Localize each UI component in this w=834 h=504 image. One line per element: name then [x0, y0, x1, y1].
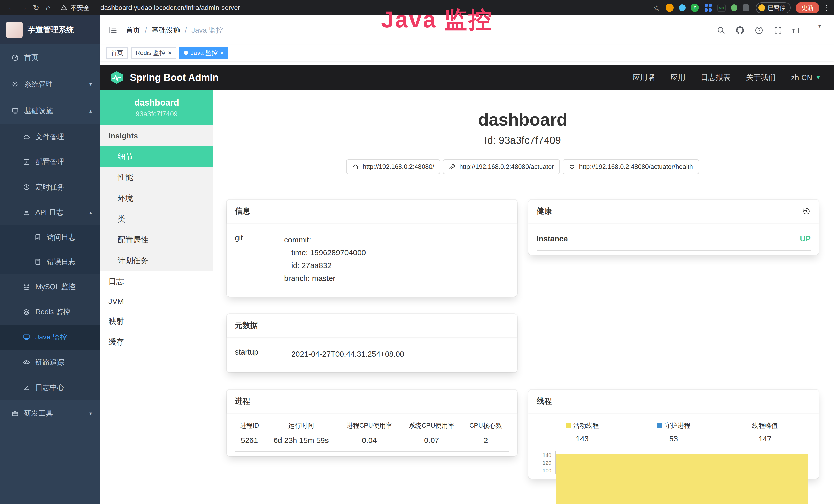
sidebar-fold-icon[interactable]	[100, 26, 126, 35]
font-size-icon[interactable]: тT	[792, 26, 801, 35]
threads-chart: 140 120 100	[536, 451, 811, 475]
reload-icon[interactable]: ↻	[30, 3, 42, 12]
site-security[interactable]: 不安全	[61, 4, 90, 12]
sba-menu-config-props[interactable]: 配置属性	[100, 230, 213, 250]
sba-instance-block[interactable]: dashboard 93a3fc7f7409	[100, 90, 213, 125]
extension-icon-7[interactable]	[743, 4, 749, 11]
history-icon[interactable]	[803, 207, 811, 215]
browser-menu-kebab-icon[interactable]: ⋮	[823, 4, 829, 12]
sidebar-item-java-monitor[interactable]: Java 监控	[0, 324, 100, 350]
health-row-label: Instance	[536, 234, 568, 243]
bookmark-star-icon[interactable]: ☆	[651, 3, 663, 12]
sba-locale-select[interactable]: zh-CN ▼	[791, 73, 821, 82]
screen: ← → ↻ ⌂ 不安全 dashboard.yudao.iocoder.cn/i…	[0, 0, 834, 504]
sba-menu-jvm[interactable]: JVM	[100, 292, 213, 311]
eye-icon	[23, 359, 30, 366]
sidebar-item-api-logs[interactable]: API 日志 ▴	[0, 200, 100, 225]
sba-nav-wallboard[interactable]: 应用墙	[633, 72, 655, 83]
instance-links: http://192.168.0.2:48080/ http://192.168…	[226, 159, 819, 174]
app-sidebar: 芋道管理系统 首页 系统管理 ▾ 基础设施 ▴ 文件管理	[0, 16, 100, 504]
chevron-up-icon: ▴	[89, 108, 92, 114]
chevron-down-icon: ▾	[89, 81, 92, 87]
tab-home[interactable]: 首页	[106, 47, 128, 59]
sidebar-item-log-center[interactable]: 日志中心	[0, 375, 100, 400]
extension-icon-4[interactable]	[704, 4, 712, 12]
sba-nav: 应用墙 应用 日志报表 关于我们 zh-CN ▼	[633, 72, 821, 83]
sidebar-item-scheduled-tasks[interactable]: 定时任务	[0, 175, 100, 200]
sba-menu-classes[interactable]: 类	[100, 209, 213, 230]
startup-key: startup	[235, 348, 291, 361]
breadcrumb-home[interactable]: 首页	[126, 25, 140, 35]
sba-menu-insights[interactable]: Insights	[100, 125, 213, 146]
document-lines-icon	[23, 208, 30, 216]
extension-icon-3[interactable]: Y	[691, 4, 699, 12]
tab-close-icon[interactable]: ×	[220, 50, 224, 56]
sidebar-item-infrastructure[interactable]: 基础设施 ▴	[0, 97, 100, 124]
sidebar-item-home[interactable]: 首页	[0, 44, 100, 71]
extension-icon-2[interactable]	[679, 4, 685, 11]
health-card: 健康 Instance UP	[528, 200, 819, 255]
chart-y-axis: 140 120 100	[536, 451, 555, 475]
search-icon[interactable]	[716, 25, 726, 36]
actuator-url-button[interactable]: http://192.168.0.2:48080/actuator	[443, 159, 560, 174]
table-row: 5261 6d 23h 15m 59s 0.04 0.07 2	[235, 433, 509, 452]
paused-badge[interactable]: 已暂停	[756, 2, 791, 13]
address-bar[interactable]: dashboard.yudao.iocoder.cn/infra/admin-s…	[101, 4, 240, 12]
instance-id: 93a3fc7f7409	[105, 110, 208, 118]
java-monitor-icon	[23, 333, 30, 341]
toolbox-icon	[11, 410, 19, 417]
sba-menu-details[interactable]: 细节	[100, 146, 213, 167]
github-icon[interactable]	[735, 25, 745, 36]
sba-menu-performance[interactable]: 性能	[100, 167, 213, 188]
document-icon	[34, 258, 42, 266]
fullscreen-icon[interactable]	[773, 25, 783, 36]
sidebar-item-access-logs[interactable]: 访问日志	[0, 225, 100, 250]
sidebar-item-trace[interactable]: 链路追踪	[0, 350, 100, 375]
app-logo-row[interactable]: 芋道管理系统	[0, 16, 100, 44]
face-icon	[759, 4, 765, 11]
sidebar-item-system-management[interactable]: 系统管理 ▾	[0, 71, 100, 97]
legend-daemon-swatch	[657, 423, 662, 428]
extension-icon-6[interactable]	[731, 4, 738, 11]
sba-menu-scheduled[interactable]: 计划任务	[100, 250, 213, 271]
service-url-button[interactable]: http://192.168.0.2:48080/	[346, 159, 440, 174]
browser-home-icon[interactable]: ⌂	[42, 3, 54, 12]
breadcrumb-infrastructure[interactable]: 基础设施	[152, 25, 180, 35]
tab-redis-monitor[interactable]: Redis 监控 ×	[131, 47, 176, 59]
home-icon	[352, 164, 359, 170]
sba-nav-applications[interactable]: 应用	[671, 72, 685, 83]
tab-java-monitor[interactable]: Java 监控 ×	[179, 47, 228, 59]
active-dot	[184, 51, 188, 55]
sidebar-item-file-management[interactable]: 文件管理	[0, 124, 100, 150]
update-button[interactable]: 更新	[796, 2, 819, 13]
forward-icon[interactable]: →	[18, 3, 30, 12]
wrench-icon	[449, 164, 456, 170]
sba-menu-caches[interactable]: 缓存	[100, 332, 213, 352]
sba-menu-logs[interactable]: 日志	[100, 271, 213, 292]
sba-menu-environment[interactable]: 环境	[100, 188, 213, 209]
sba-nav-about[interactable]: 关于我们	[746, 72, 776, 83]
sidebar-item-mysql-monitor[interactable]: MySQL 监控	[0, 274, 100, 299]
sba-nav-journal[interactable]: 日志报表	[701, 72, 730, 83]
info-card-title: 信息	[235, 206, 250, 216]
divider	[95, 4, 95, 11]
security-label: 不安全	[70, 4, 90, 12]
tab-close-icon[interactable]: ×	[168, 50, 172, 56]
sba-menu-mappings[interactable]: 映射	[100, 311, 213, 332]
extension-icon-1[interactable]	[665, 4, 674, 12]
extension-icon-5[interactable]: on	[717, 4, 726, 12]
sidebar-item-error-logs[interactable]: 错误日志	[0, 250, 100, 274]
info-card: 信息 git commit: time: 1596289704000 id: 2…	[226, 200, 517, 297]
database-icon	[23, 283, 30, 291]
sidebar-item-redis-monitor[interactable]: Redis 监控	[0, 299, 100, 324]
sidebar-item-config-management[interactable]: 配置管理	[0, 150, 100, 175]
sba-brand[interactable]: Spring Boot Admin	[109, 70, 219, 85]
git-key: git	[235, 233, 284, 285]
back-icon[interactable]: ←	[5, 3, 18, 12]
health-url-button[interactable]: http://192.168.0.2:48080/actuator/health	[563, 159, 699, 174]
document-icon	[34, 233, 42, 241]
help-icon[interactable]	[754, 25, 764, 36]
chevron-up-icon: ▴	[89, 209, 92, 215]
sidebar-item-dev-tools[interactable]: 研发工具 ▾	[0, 400, 100, 427]
startup-value: 2021-04-27T00:44:31.254+08:00	[291, 348, 404, 361]
